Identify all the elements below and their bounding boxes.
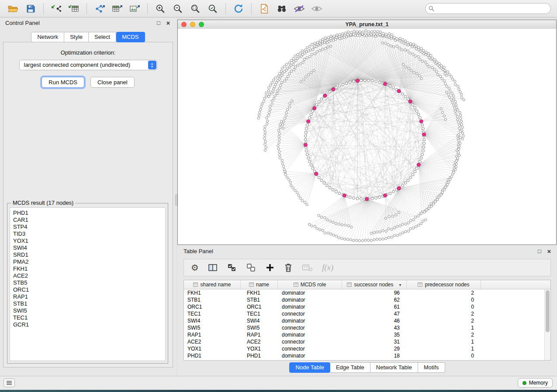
mcds-result-item[interactable]: STP4 (10, 224, 165, 230)
table-cell: TEC1 (241, 310, 278, 317)
mcds-result-item[interactable]: SRD1 (10, 251, 165, 258)
mcds-result-item[interactable]: ORC1 (10, 286, 165, 293)
show-columns-button[interactable] (208, 263, 218, 272)
status-menu-button[interactable] (3, 378, 15, 387)
function-builder-button[interactable]: f(x) (322, 263, 333, 272)
refresh-button[interactable] (231, 2, 246, 16)
mcds-result-item[interactable]: STB5 (10, 279, 165, 286)
zoom-in-button[interactable] (152, 2, 168, 16)
table-row[interactable]: RAP1RAP1dominator352 (184, 331, 550, 338)
column-header-predecessor-nodes[interactable]: predecessor nodes (407, 280, 481, 289)
mcds-result-item[interactable]: SWI4 (10, 244, 165, 251)
mcds-result-item[interactable]: SWI5 (10, 307, 165, 314)
table-settings-button[interactable]: ⚙ (191, 263, 199, 272)
mcds-result-list[interactable]: PHD1CAR1STP4TID3YOX1SWI4SRD1PMA2FKH1ACE2… (10, 207, 166, 361)
show-all-button[interactable] (309, 2, 325, 16)
tab-motifs[interactable]: Motifs (418, 362, 445, 373)
criterion-dropdown[interactable]: largest connected component (undirected)… (19, 60, 157, 70)
window-close-button[interactable] (181, 22, 187, 27)
table-row[interactable]: FKH1FKH1dominator962 (184, 289, 550, 296)
export-image-button[interactable] (127, 2, 142, 16)
mcds-result-item[interactable]: PMA2 (10, 258, 165, 265)
tab-edge-table[interactable]: Edge Table (330, 362, 370, 373)
deselect-all-rows-button[interactable] (246, 263, 256, 272)
run-mcds-button[interactable]: Run MCDS (42, 77, 84, 88)
column-header-name[interactable]: name (241, 280, 278, 289)
network-graph[interactable] (178, 29, 556, 244)
select-all-rows-button[interactable] (227, 263, 237, 272)
column-header-label: predecessor nodes (425, 282, 469, 288)
node-table: shared namenameMCDS rolesuccessor nodes▾… (183, 280, 551, 361)
tab-mcds[interactable]: MCDS (116, 32, 145, 42)
mcds-result-item[interactable]: ACE2 (10, 272, 165, 279)
table-cell: YOX1 (241, 345, 278, 352)
binoculars-icon (276, 3, 287, 14)
save-session-button[interactable] (23, 2, 38, 16)
export-image-icon (129, 3, 140, 14)
table-row[interactable]: YOX1YOX1connector291 (184, 345, 550, 352)
close-table-panel-icon[interactable]: × (546, 246, 553, 257)
control-panel-title: Control Panel (0, 20, 40, 26)
tab-style[interactable]: Style (64, 32, 89, 42)
mcds-result-item[interactable]: YOX1 (10, 237, 165, 244)
float-table-panel-icon[interactable]: □ (536, 246, 543, 257)
mcds-result-item[interactable]: STB1 (10, 300, 165, 307)
tab-select[interactable]: Select (89, 32, 116, 42)
zoom-out-button[interactable] (170, 2, 186, 16)
network-canvas[interactable] (178, 29, 556, 244)
mcds-result-item[interactable]: RAP1 (10, 293, 165, 300)
delete-table-button[interactable] (302, 263, 313, 272)
tab-network-table[interactable]: Network Table (370, 362, 418, 373)
delete-column-button[interactable] (284, 262, 293, 273)
tab-network[interactable]: Network (31, 32, 64, 42)
table-row[interactable]: TEC1TEC1connector472 (184, 310, 550, 317)
import-network-file-button[interactable] (48, 2, 64, 16)
table-cell: ORC1 (241, 303, 278, 310)
tab-node-table[interactable]: Node Table (289, 362, 330, 373)
network-window-titlebar[interactable]: YPA_prune.txt_1 (178, 20, 556, 29)
mcds-result-item[interactable]: CAR1 (10, 217, 165, 224)
float-panel-icon[interactable]: □ (155, 17, 162, 29)
mcds-result-item[interactable]: TID3 (10, 230, 165, 237)
table-cell: TEC1 (184, 310, 241, 317)
zoom-selected-button[interactable] (205, 2, 221, 16)
table-row[interactable]: PHD1PHD1dominator180 (184, 352, 550, 359)
search-input[interactable] (425, 3, 551, 14)
export-document-button[interactable] (256, 2, 272, 16)
table-cell: STB1 (241, 296, 278, 303)
new-network-button[interactable] (92, 2, 107, 16)
close-panel-icon[interactable]: × (165, 17, 172, 29)
hide-selected-button[interactable] (291, 2, 307, 16)
add-column-button[interactable] (265, 263, 275, 272)
table-panel: Table Panel □ × ⚙ (177, 246, 557, 376)
table-row[interactable]: ACE2ACE2connector311 (184, 338, 550, 345)
mcds-result-item[interactable]: GCR1 (10, 321, 165, 328)
import-table-file-button[interactable] (66, 2, 82, 16)
mcds-result-item[interactable]: TEC1 (10, 314, 165, 321)
close-panel-button[interactable]: Close panel (90, 77, 135, 88)
eye-slash-icon (294, 4, 305, 13)
column-header-mcds-role[interactable]: MCDS role (278, 280, 342, 289)
table-row[interactable]: STB1STB1dominator620 (184, 296, 550, 303)
refresh-icon (233, 3, 244, 14)
table-cell: connector (278, 345, 342, 352)
stepper-down-icon: ▼ (151, 65, 153, 68)
table-scrollbar[interactable] (544, 289, 550, 360)
export-table-button[interactable] (109, 2, 125, 16)
export-table-icon (111, 3, 123, 14)
memory-button[interactable]: Memory (518, 378, 553, 388)
column-header-shared-name[interactable]: shared name (184, 280, 241, 289)
table-row[interactable]: SWI5SWI5connector431 (184, 324, 550, 331)
zoom-fit-button[interactable] (187, 2, 203, 16)
table-row[interactable]: ORC1ORC1dominator610 (184, 303, 550, 310)
column-header-successor-nodes[interactable]: successor nodes▾ (342, 280, 407, 289)
open-file-button[interactable] (5, 2, 21, 16)
mcds-result-item[interactable]: FKH1 (10, 265, 165, 272)
find-button[interactable] (274, 2, 290, 16)
window-maximize-button[interactable] (199, 22, 204, 27)
scrollbar-thumb[interactable] (546, 290, 550, 332)
table-row[interactable]: SWI4SWI4dominator462 (184, 317, 550, 324)
search-icon (429, 6, 434, 11)
window-minimize-button[interactable] (190, 22, 195, 27)
mcds-result-item[interactable]: PHD1 (10, 210, 165, 217)
